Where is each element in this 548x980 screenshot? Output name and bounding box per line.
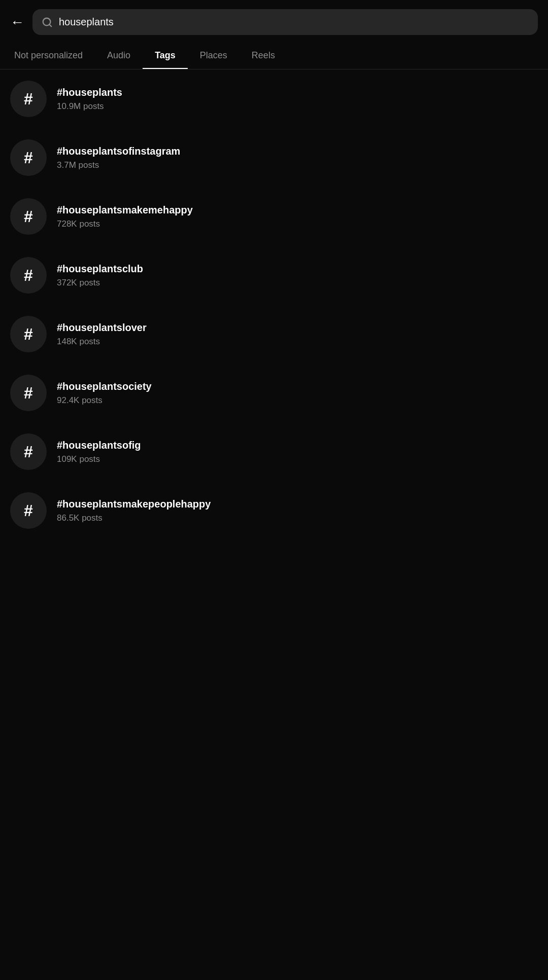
tag-name: #houseplantsociety (57, 381, 152, 392)
tag-info: #houseplantsofinstagram 3.7M posts (57, 146, 180, 170)
list-item[interactable]: # #houseplantsclub 372K posts (0, 246, 548, 305)
tag-name: #houseplantsofig (57, 440, 141, 451)
tag-count: 148K posts (57, 337, 147, 347)
hashtag-icon: # (10, 492, 47, 529)
tag-info: #houseplantslover 148K posts (57, 322, 147, 347)
tag-name: #houseplantsmakepeoplehappy (57, 498, 211, 510)
tab-not-personalized[interactable]: Not personalized (2, 42, 95, 69)
tab-tags[interactable]: Tags (143, 42, 188, 69)
tag-info: #houseplantsmakemehappy 728K posts (57, 204, 193, 229)
list-item[interactable]: # #houseplantsmakemehappy 728K posts (0, 187, 548, 246)
tag-name: #houseplantsmakemehappy (57, 204, 193, 216)
list-item[interactable]: # #houseplantslover 148K posts (0, 305, 548, 364)
hashtag-icon: # (10, 81, 47, 117)
hashtag-icon: # (10, 433, 47, 470)
tag-count: 372K posts (57, 278, 143, 288)
tab-reels[interactable]: Reels (239, 42, 287, 69)
hashtag-icon: # (10, 316, 47, 352)
tag-info: #houseplantsofig 109K posts (57, 440, 141, 464)
search-bar[interactable] (32, 9, 538, 35)
hashtag-icon: # (10, 198, 47, 235)
tag-info: #houseplantsmakepeoplehappy 86.5K posts (57, 498, 211, 523)
tag-name: #houseplantsofinstagram (57, 146, 180, 157)
tag-name: #houseplantslover (57, 322, 147, 334)
back-button[interactable]: ← (10, 14, 24, 30)
list-item[interactable]: # #houseplantsmakepeoplehappy 86.5K post… (0, 481, 548, 540)
tag-name: #houseplantsclub (57, 263, 143, 275)
tag-info: #houseplantsociety 92.4K posts (57, 381, 152, 406)
tag-list: # #houseplants 10.9M posts # #houseplant… (0, 69, 548, 540)
list-item[interactable]: # #houseplantsofinstagram 3.7M posts (0, 128, 548, 187)
hashtag-icon: # (10, 139, 47, 176)
tag-name: #houseplants (57, 87, 122, 98)
tag-count: 86.5K posts (57, 513, 211, 523)
list-item[interactable]: # #houseplantsociety 92.4K posts (0, 364, 548, 422)
tag-count: 10.9M posts (57, 101, 122, 112)
tag-info: #houseplants 10.9M posts (57, 87, 122, 112)
list-item[interactable]: # #houseplantsofig 109K posts (0, 422, 548, 481)
tab-places[interactable]: Places (188, 42, 239, 69)
tab-audio[interactable]: Audio (95, 42, 143, 69)
svg-line-1 (49, 24, 51, 26)
tag-count: 728K posts (57, 219, 193, 229)
tag-count: 109K posts (57, 454, 141, 464)
tag-info: #houseplantsclub 372K posts (57, 263, 143, 288)
hashtag-icon: # (10, 257, 47, 294)
hashtag-icon: # (10, 375, 47, 411)
search-input[interactable] (59, 16, 529, 28)
tag-count: 92.4K posts (57, 395, 152, 406)
list-item[interactable]: # #houseplants 10.9M posts (0, 69, 548, 128)
tabs-bar: Not personalized Audio Tags Places Reels (0, 42, 548, 69)
tag-count: 3.7M posts (57, 160, 180, 170)
header: ← (0, 0, 548, 42)
back-arrow-icon: ← (10, 14, 24, 30)
search-icon (42, 17, 53, 28)
